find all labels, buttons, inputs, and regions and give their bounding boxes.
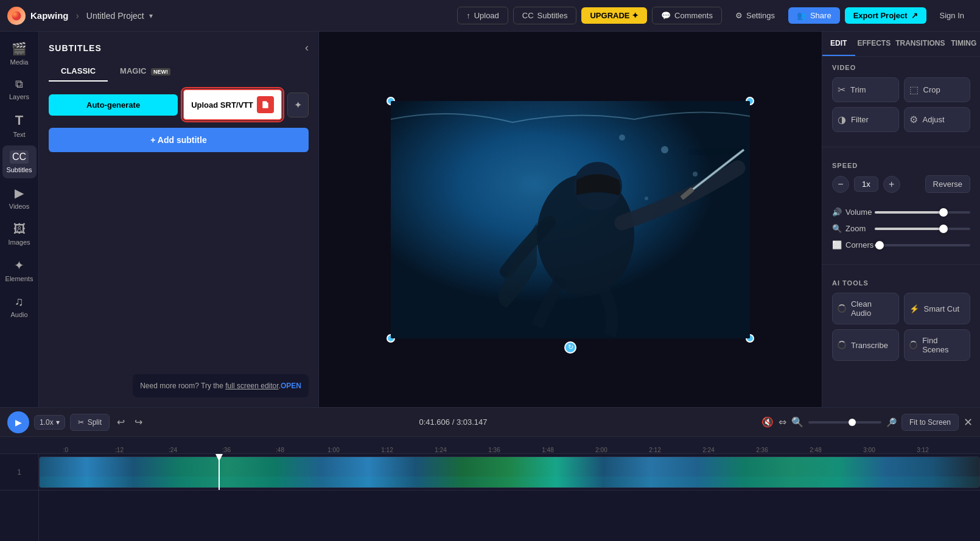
- subtitles-panel: SUBTITLES ‹ CLASSIC MAGIC NEW! Auto-gene…: [39, 32, 319, 407]
- settings-icon: ⚙: [735, 11, 743, 20]
- corners-slider-row: ⬜ Corners: [832, 240, 970, 250]
- upgrade-button[interactable]: UPGRADE ✦: [581, 7, 647, 24]
- upload-srt-button[interactable]: Upload SRT/VTT: [183, 89, 282, 120]
- timeline-close-button[interactable]: ✕: [964, 416, 973, 429]
- zoom-thumb[interactable]: [939, 225, 948, 233]
- play-button[interactable]: ▶: [7, 411, 29, 433]
- track-number-1: 1: [0, 454, 38, 490]
- filter-icon: ◑: [838, 114, 846, 125]
- main-area: 🎬 Media ⧉ Layers T Text CC Subtitles ▶ V…: [0, 32, 980, 407]
- transcribe-button[interactable]: Transcribe: [832, 329, 899, 361]
- audio-split-icon[interactable]: ⇔: [779, 416, 786, 428]
- corners-thumb[interactable]: [875, 241, 884, 250]
- corners-icon: ⬜: [832, 240, 842, 250]
- clean-audio-button[interactable]: Clean Audio: [832, 293, 899, 324]
- ruler-mark-13: 2:36: [735, 447, 789, 453]
- video-content: [391, 101, 750, 338]
- adjust-icon: ⚙: [909, 114, 918, 125]
- speed-decrease-button[interactable]: −: [832, 176, 849, 193]
- track-row-1: [39, 454, 980, 490]
- volume-slider-row: 🔊 Volume: [832, 208, 970, 217]
- zoom-thumb-timeline[interactable]: [849, 419, 856, 426]
- settings-button[interactable]: ⚙ Settings: [727, 7, 783, 24]
- brand-name[interactable]: Kapwing: [30, 10, 69, 21]
- ruler-mark-1: :12: [93, 447, 146, 453]
- volume-thumb[interactable]: [939, 208, 948, 217]
- ai-tools-grid: Clean Audio ⚡ Smart Cut Transcribe Find …: [832, 293, 970, 361]
- tracks-content: [39, 454, 980, 541]
- video-frame[interactable]: [391, 101, 750, 338]
- video-section-title: VIDEO: [832, 64, 970, 71]
- tab-edit[interactable]: EDIT: [822, 32, 855, 56]
- project-name[interactable]: Untitled Project: [86, 11, 144, 21]
- ruler-marks: :0 :12 :24 :36 :48 1:00 1:12 1:24 1:36 1…: [39, 437, 980, 453]
- split-button[interactable]: ✂ Split: [70, 414, 110, 431]
- video-clip[interactable]: [39, 456, 980, 488]
- panel-header: SUBTITLES ‹: [39, 32, 318, 54]
- adjust-tool-button[interactable]: ⚙ Adjust: [904, 107, 971, 132]
- handle-rotate[interactable]: ↻: [564, 341, 576, 354]
- tab-effects[interactable]: EFFECTS: [855, 32, 894, 56]
- upload-button[interactable]: ↑ Upload: [457, 7, 508, 24]
- media-icon: 🎬: [12, 41, 27, 56]
- sidebar-item-media[interactable]: 🎬 Media: [2, 37, 37, 71]
- signin-button[interactable]: Sign In: [931, 7, 973, 24]
- zoom-out-button[interactable]: 🔍: [791, 416, 803, 428]
- top-nav: Kapwing › Untitled Project ▾ ↑ Upload CC…: [0, 0, 980, 32]
- full-screen-editor-link[interactable]: full screen editor: [225, 382, 278, 390]
- magic-icon-button[interactable]: ✦: [287, 92, 309, 117]
- elements-icon: ✦: [14, 258, 24, 273]
- video-inner: [391, 101, 750, 338]
- speed-dropdown[interactable]: 1.0x ▾: [34, 415, 65, 430]
- sidebar-item-videos[interactable]: ▶ Videos: [2, 181, 37, 215]
- find-scenes-button[interactable]: Find Scenes: [904, 329, 971, 361]
- filter-tool-button[interactable]: ◑ Filter: [832, 107, 899, 132]
- sidebar-item-images[interactable]: 🖼 Images: [2, 217, 37, 251]
- sidebar-item-audio[interactable]: ♫ Audio: [2, 290, 37, 323]
- smart-cut-button[interactable]: ⚡ Smart Cut: [904, 293, 971, 324]
- panel-hint: Need more room? Try the full screen edit…: [133, 374, 309, 397]
- tab-classic[interactable]: CLASSIC: [49, 61, 108, 82]
- sidebar-item-text[interactable]: T Text: [2, 108, 37, 143]
- volume-slider[interactable]: [875, 211, 970, 214]
- zoom-in-button[interactable]: 🔎: [886, 417, 897, 427]
- ruler-mark-3: :36: [200, 447, 253, 453]
- playhead[interactable]: [219, 454, 220, 490]
- mute-icon[interactable]: 🔇: [761, 416, 774, 428]
- redo-button[interactable]: ↪: [132, 414, 145, 430]
- trim-tool-button[interactable]: ✂ Trim: [832, 77, 899, 102]
- app-logo: [7, 7, 26, 25]
- open-button[interactable]: OPEN: [281, 382, 301, 390]
- sidebar-item-layers[interactable]: ⧉ Layers: [2, 73, 37, 105]
- subtitles-nav-button[interactable]: CC Subtitles: [513, 7, 577, 24]
- panel-close-button[interactable]: ‹: [305, 41, 309, 54]
- crop-tool-button[interactable]: ⬚ Crop: [904, 77, 971, 102]
- tab-magic[interactable]: MAGIC NEW!: [108, 61, 183, 82]
- timeline-area: ▶ 1.0x ▾ ✂ Split ↩ ↪ 0:41.606 / 3:03.147…: [0, 407, 980, 541]
- ruler-mark-11: 2:12: [628, 447, 682, 453]
- sidebar-item-elements[interactable]: ✦ Elements: [2, 253, 37, 287]
- smart-cut-icon: ⚡: [909, 304, 919, 313]
- speed-increase-button[interactable]: +: [883, 176, 900, 193]
- add-subtitle-button[interactable]: + Add subtitle: [49, 128, 309, 152]
- corners-slider[interactable]: [875, 244, 970, 246]
- zoom-slider-timeline[interactable]: [808, 421, 881, 424]
- tab-transitions[interactable]: TRANSITIONS: [893, 32, 947, 56]
- undo-button[interactable]: ↩: [114, 414, 127, 430]
- fit-to-screen-button[interactable]: Fit to Screen: [901, 414, 959, 431]
- zoom-label: 🔍 Zoom: [832, 224, 869, 233]
- comments-button[interactable]: 💬 Comments: [652, 7, 722, 24]
- tab-timing[interactable]: TIMING: [948, 32, 980, 56]
- zoom-slider[interactable]: [875, 228, 970, 230]
- export-button[interactable]: Export Project ↗: [845, 7, 926, 24]
- sidebar-item-subtitles[interactable]: CC Subtitles: [2, 145, 37, 178]
- project-chevron[interactable]: ▾: [149, 12, 153, 20]
- zoom-fill: [875, 228, 943, 230]
- auto-generate-button[interactable]: Auto-generate: [49, 94, 178, 116]
- video-canvas: ↻: [391, 101, 750, 338]
- share-button[interactable]: 👥 Share: [788, 7, 840, 24]
- reverse-button[interactable]: Reverse: [925, 175, 970, 193]
- track-numbers: 1: [0, 454, 39, 541]
- volume-fill: [875, 211, 943, 214]
- svg-point-0: [12, 11, 21, 20]
